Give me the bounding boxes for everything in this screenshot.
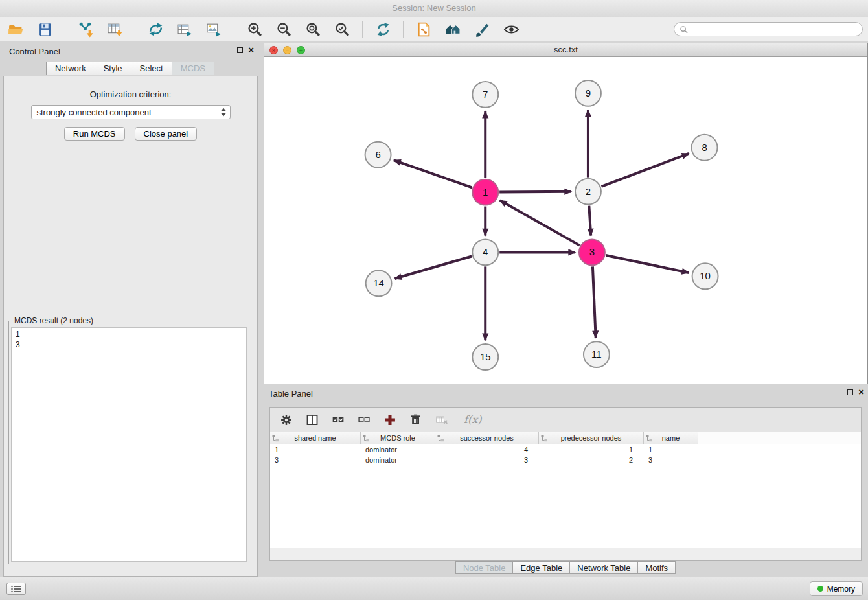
deselect-all-button[interactable] [356, 412, 372, 428]
node-2[interactable]: 2 [575, 179, 601, 205]
search-input[interactable] [691, 24, 857, 34]
node-4[interactable]: 4 [472, 239, 498, 265]
home-button[interactable] [444, 20, 462, 38]
show-columns-button[interactable] [304, 412, 320, 428]
cell-mcds-role[interactable]: dominator [361, 455, 435, 465]
cell-successor-nodes[interactable]: 3 [435, 455, 539, 465]
cell-mcds-role[interactable]: dominator [361, 444, 435, 455]
search-box[interactable] [674, 22, 863, 36]
criterion-dropdown[interactable]: strongly connected component [31, 105, 231, 119]
node-9[interactable]: 9 [575, 80, 601, 106]
network-canvas[interactable]: 1234678910111415 [264, 57, 867, 384]
mcds-result-legend: MCDS result (2 nodes) [12, 316, 95, 325]
zoom-fit-button[interactable] [304, 20, 322, 38]
zoom-out-button[interactable] [275, 20, 293, 38]
window-minimize-button[interactable]: − [283, 46, 291, 54]
column-sort-icon [437, 435, 444, 442]
table-scrollbar-track[interactable] [270, 548, 861, 560]
cell-predecessor-nodes[interactable]: 2 [539, 455, 644, 465]
cell-name[interactable]: 3 [644, 455, 698, 465]
table-row[interactable]: 3 dominator 3 2 3 [270, 455, 861, 465]
float-table-panel-icon[interactable] [847, 389, 853, 395]
task-history-button[interactable] [6, 583, 26, 595]
export-table-icon [177, 21, 193, 38]
column-header-shared-name[interactable]: shared name [270, 432, 361, 444]
node-10[interactable]: 10 [692, 263, 718, 289]
column-header-name[interactable]: name [644, 432, 698, 444]
column-header-predecessor-nodes[interactable]: predecessor nodes [539, 432, 644, 444]
function-builder-button[interactable]: f(x) [460, 413, 485, 426]
node-6[interactable]: 6 [365, 142, 391, 168]
close-panel-button[interactable]: Close panel [135, 127, 198, 141]
cell-predecessor-nodes[interactable]: 1 [539, 444, 644, 455]
edge-3-11[interactable] [593, 266, 596, 338]
apply-style-button[interactable] [473, 20, 491, 38]
tab-motifs[interactable]: Motifs [637, 561, 676, 574]
cell-name[interactable]: 1 [644, 444, 698, 455]
node-3[interactable]: 3 [579, 239, 605, 265]
window-title: Session: New Session [392, 3, 475, 13]
close-panel-icon[interactable]: × [248, 46, 254, 54]
tab-node-table[interactable]: Node Table [455, 561, 514, 574]
edge-1-2[interactable] [499, 192, 571, 192]
table-settings-button[interactable] [279, 412, 294, 428]
edge-4-14[interactable] [395, 256, 472, 279]
node-1[interactable]: 1 [472, 179, 498, 205]
memory-button[interactable]: Memory [810, 581, 863, 596]
node-8[interactable]: 8 [692, 135, 718, 161]
zoom-fit-icon [305, 21, 321, 38]
export-image-button[interactable] [205, 20, 223, 38]
tab-network[interactable]: Network [46, 62, 95, 75]
tab-select[interactable]: Select [131, 62, 172, 75]
edge-3-1[interactable] [500, 200, 580, 245]
edge-3-10[interactable] [606, 255, 689, 273]
window-zoom-button[interactable]: + [297, 46, 305, 54]
new-network-button[interactable] [146, 20, 165, 38]
add-column-button[interactable] [382, 412, 398, 428]
node-11[interactable]: 11 [584, 341, 610, 367]
clone-network-button[interactable] [415, 20, 433, 38]
edge-2-3[interactable] [589, 206, 591, 236]
save-icon [37, 21, 53, 38]
delete-column-button[interactable] [408, 412, 424, 428]
network-window-titlebar[interactable]: × − + scc.txt [264, 43, 867, 57]
table-row[interactable]: 1 dominator 4 1 1 [270, 444, 861, 455]
delete-table-button[interactable] [434, 412, 450, 428]
node-label: 2 [586, 186, 591, 197]
column-header-mcds-role[interactable]: MCDS role [361, 432, 435, 444]
select-all-button[interactable] [330, 412, 346, 428]
node-15[interactable]: 15 [472, 344, 498, 370]
optimization-criterion-label: Optimization criterion: [4, 89, 257, 99]
float-panel-icon[interactable] [237, 47, 243, 53]
tab-mcds[interactable]: MCDS [172, 62, 214, 75]
run-mcds-button[interactable]: Run MCDS [64, 127, 125, 141]
node-label: 7 [483, 89, 488, 100]
window-close-button[interactable]: × [269, 46, 278, 54]
tab-edge-table[interactable]: Edge Table [512, 561, 570, 574]
save-session-button[interactable] [36, 20, 54, 38]
table-header-row: shared name MCDS role successor nodes pr… [270, 432, 861, 444]
node-14[interactable]: 14 [366, 270, 392, 296]
tab-network-table[interactable]: Network Table [569, 561, 638, 574]
import-network-button[interactable] [76, 20, 95, 38]
export-table-button[interactable] [176, 20, 194, 38]
network-graph[interactable]: 1234678910111415 [264, 57, 867, 384]
edge-1-6[interactable] [394, 160, 472, 187]
zoom-selected-button[interactable] [333, 20, 351, 38]
zoom-in-button[interactable] [246, 20, 264, 38]
close-table-panel-icon[interactable]: × [858, 388, 864, 396]
node-7[interactable]: 7 [472, 82, 498, 108]
apply-layout-button[interactable] [374, 20, 392, 38]
show-hide-button[interactable] [502, 20, 520, 38]
column-header-successor-nodes[interactable]: successor nodes [435, 432, 539, 444]
edge-2-8[interactable] [601, 154, 689, 187]
cell-shared-name[interactable]: 3 [270, 455, 361, 465]
column-header-filler [698, 432, 861, 444]
open-file-button[interactable] [6, 20, 25, 38]
mcds-result-list[interactable]: 1 3 [11, 327, 247, 562]
tab-style[interactable]: Style [95, 62, 131, 75]
cell-shared-name[interactable]: 1 [270, 444, 361, 455]
import-table-button[interactable] [106, 20, 124, 38]
memory-status-icon [817, 586, 823, 592]
cell-successor-nodes[interactable]: 4 [435, 444, 539, 455]
